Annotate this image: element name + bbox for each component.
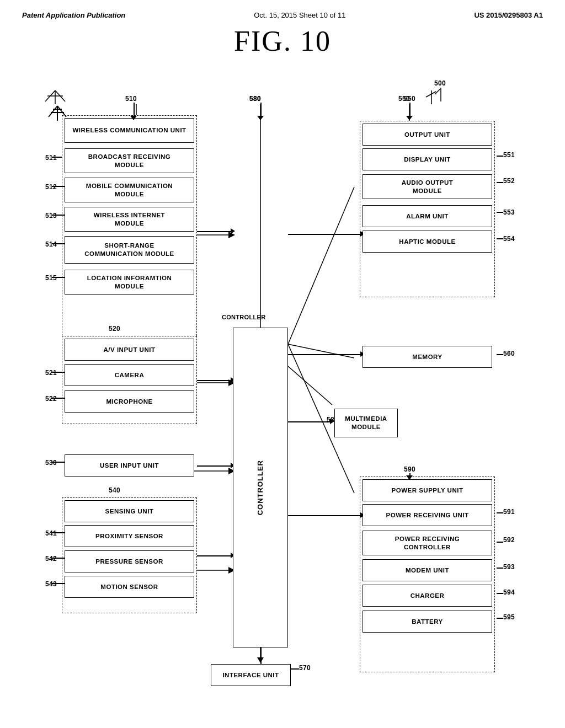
power-supply-box: POWER SUPPLY UNIT: [363, 479, 492, 501]
ref-500-arrow-svg: [433, 88, 449, 104]
alarm-unit-label: ALARM UNIT: [406, 212, 449, 221]
svg-line-21: [288, 187, 354, 344]
sensing-unit-label: SENSING UNIT: [105, 507, 154, 516]
controller-label: CONTROLLER: [256, 460, 265, 515]
microphone-box: MICROPHONE: [65, 390, 194, 413]
charger-label: CHARGER: [411, 592, 445, 600]
label-510: 510: [125, 95, 137, 103]
memory-label: MEMORY: [412, 353, 442, 361]
multimedia-module-box: MULTIMEDIA MODULE: [334, 409, 398, 437]
fig-title: FIG. 10: [22, 25, 543, 57]
broadcast-receiving-box: BROADCAST RECEIVINGMODULE: [65, 148, 194, 173]
motion-sensor-box: MOTION SENSOR: [65, 576, 194, 598]
diagram-area: 500 510 580 550 WIRELESS COMMUNICATION U…: [23, 74, 542, 692]
antenna-symbol: [46, 90, 68, 123]
label-541: 541: [45, 529, 57, 537]
modem-unit-label: MODEM UNIT: [406, 566, 449, 575]
sensing-unit-box: SENSING UNIT: [65, 500, 194, 522]
label-511: 511: [45, 154, 57, 162]
header-left: Patent Application Publication: [22, 11, 125, 19]
microphone-label: MICROPHONE: [106, 398, 152, 406]
audio-output-box: AUDIO OUTPUTMODULE: [363, 174, 492, 199]
wireless-comm-unit-label: WIRELESS COMMUNICATION UNIT: [72, 126, 186, 135]
user-input-box: USER INPUT UNIT: [65, 454, 194, 477]
label-522: 522: [45, 395, 57, 403]
pressure-sensor-label: PRESSURE SENSOR: [95, 558, 163, 566]
label-530: 530: [45, 459, 57, 467]
power-supply-label: POWER SUPPLY UNIT: [392, 486, 463, 495]
header-center: Oct. 15, 2015 Sheet 10 of 11: [254, 11, 345, 19]
display-unit-box: DISPLAY UNIT: [363, 148, 492, 170]
svg-line-31: [435, 89, 440, 94]
svg-line-27: [57, 106, 66, 117]
short-range-label: SHORT-RANGECOMMUNICATION MODULE: [84, 242, 174, 258]
page: Patent Application Publication Oct. 15, …: [0, 0, 565, 728]
page-header: Patent Application Publication Oct. 15, …: [22, 11, 543, 19]
charger-box: CHARGER: [363, 585, 492, 607]
ref-500-arrow: [433, 88, 449, 106]
output-unit-box: OUTPUT UNIT: [363, 124, 492, 146]
output-unit-label: OUTPUT UNIT: [404, 131, 450, 139]
short-range-box: SHORT-RANGECOMMUNICATION MODULE: [65, 236, 194, 264]
label-595: 595: [503, 613, 515, 621]
label-580-2: 580: [249, 95, 261, 103]
display-unit-label: DISPLAY UNIT: [404, 156, 451, 164]
camera-box: CAMERA: [65, 364, 194, 386]
alarm-unit-box: ALARM UNIT: [363, 205, 492, 227]
label-550-2: 550: [404, 95, 415, 103]
camera-label: CAMERA: [115, 371, 144, 379]
user-input-label: USER INPUT UNIT: [100, 462, 159, 470]
svg-line-22: [288, 344, 354, 358]
wireless-internet-box: WIRELESS INTERNETMODULE: [65, 207, 194, 232]
battery-box: BATTERY: [363, 611, 492, 633]
interface-unit-box: INTERFACE UNIT: [211, 664, 291, 686]
label-542: 542: [45, 555, 57, 563]
proximity-sensor-box: PROXIMITY SENSOR: [65, 525, 194, 547]
label-500: 500: [434, 79, 446, 87]
label-553: 553: [503, 208, 515, 216]
location-info-label: LOCATION INFORAMTIONMODULE: [87, 274, 172, 291]
label-590: 590: [404, 465, 415, 473]
wireless-internet-label: WIRELESS INTERNETMODULE: [94, 211, 165, 228]
label-514: 514: [45, 240, 57, 248]
label-512: 512: [45, 183, 57, 191]
label-552: 552: [503, 177, 515, 185]
power-receiving-unit-box: POWER RECEIVING UNIT: [363, 504, 492, 526]
antenna-svg: [46, 90, 68, 121]
label-543: 543: [45, 580, 57, 588]
proximity-sensor-label: PROXIMITY SENSOR: [95, 532, 163, 540]
av-input-label: A/V INPUT UNIT: [104, 346, 156, 354]
haptic-module-label: HAPTIC MODULE: [399, 238, 455, 246]
svg-line-24: [288, 366, 332, 405]
interface-unit-label: INTERFACE UNIT: [222, 671, 279, 679]
audio-output-label: AUDIO OUTPUTMODULE: [402, 179, 454, 195]
label-570: 570: [299, 664, 311, 672]
label-520: 520: [109, 325, 120, 333]
wireless-comm-unit-box: WIRELESS COMMUNICATION UNIT: [65, 118, 194, 143]
haptic-module-box: HAPTIC MODULE: [363, 231, 492, 253]
label-554: 554: [503, 235, 515, 243]
mobile-comm-label: MOBILE COMMUNICATIONMODULE: [86, 182, 173, 199]
memory-box: MEMORY: [363, 346, 492, 368]
pressure-sensor-box: PRESSURE SENSOR: [65, 550, 194, 572]
motion-sensor-label: MOTION SENSOR: [100, 583, 158, 591]
modem-unit-box: MODEM UNIT: [363, 559, 492, 581]
label-513: 513: [45, 212, 57, 220]
label-593: 593: [503, 563, 515, 571]
label-551: 551: [503, 151, 515, 159]
power-receiving-ctrl-box: POWER RECEIVINGCONTROLLER: [363, 531, 492, 555]
label-515: 515: [45, 274, 57, 282]
label-560: 560: [503, 350, 515, 357]
battery-label: BATTERY: [412, 618, 443, 626]
av-input-box: A/V INPUT UNIT: [65, 339, 194, 361]
power-receiving-ctrl-label: POWER RECEIVINGCONTROLLER: [395, 535, 460, 552]
header-right: US 2015/0295803 A1: [474, 11, 543, 19]
label-521: 521: [45, 369, 57, 377]
controller-line-label: CONTROLLER: [222, 314, 265, 320]
label-592: 592: [503, 536, 515, 544]
svg-line-26: [49, 106, 57, 117]
broadcast-receiving-label: BROADCAST RECEIVINGMODULE: [88, 153, 170, 169]
label-540: 540: [109, 486, 120, 494]
controller-box: CONTROLLER: [233, 328, 288, 647]
mobile-comm-box: MOBILE COMMUNICATIONMODULE: [65, 178, 194, 202]
